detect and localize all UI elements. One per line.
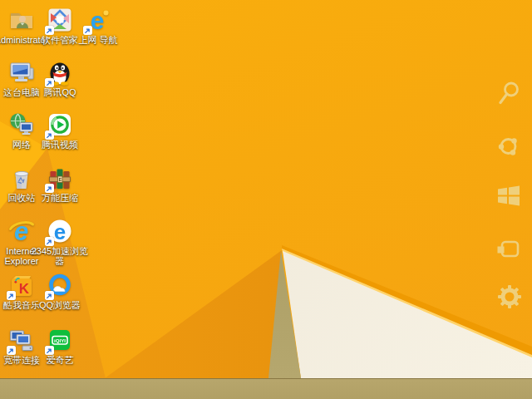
desktop-icon-label-wanneng-archiver: 万能压缩	[30, 193, 90, 203]
desktop-icon-label-iqiyi: 爱奇艺	[30, 355, 90, 365]
desktop-icon-software-manager[interactable]	[47, 7, 73, 33]
desktop-icon-label-web-navigation: 上网 导航	[68, 35, 128, 45]
svg-text:e: e	[54, 219, 66, 244]
shortcut-arrow-badge	[45, 26, 54, 35]
shortcut-arrow-badge	[45, 184, 54, 193]
desktop-icon-administrator-folder[interactable]	[8, 7, 35, 33]
share-charm-icon[interactable]	[495, 132, 523, 160]
desktop-icon-label-tencent-qq: 腾讯QQ	[30, 87, 90, 97]
desktop-icon-web-navigation[interactable]: e	[85, 7, 111, 33]
start-charm-icon[interactable]	[495, 181, 523, 209]
desktop-icon-network[interactable]	[8, 111, 35, 138]
desktop-icon-wanneng-archiver[interactable]: E	[47, 165, 73, 191]
shortcut-arrow-badge	[45, 291, 54, 300]
windows-desktop-screen: Administrator 软件管家 e 上网 导航 这台电脑 腾讯QQ 网络 …	[0, 0, 532, 399]
desktop[interactable]: Administrator 软件管家 e 上网 导航 这台电脑 腾讯QQ 网络 …	[0, 0, 532, 378]
shortcut-arrow-badge	[7, 346, 16, 355]
desktop-icon-kuwo-music[interactable]: K	[8, 272, 35, 298]
shortcut-arrow-badge	[7, 291, 16, 300]
shortcut-arrow-badge	[45, 131, 54, 140]
shortcut-arrow-badge	[45, 346, 54, 355]
svg-text:iQIYI: iQIYI	[54, 337, 66, 343]
shortcut-arrow-badge	[83, 26, 92, 35]
search-charm-icon[interactable]	[495, 79, 523, 107]
desktop-icon-broadband-connection[interactable]	[8, 327, 35, 353]
svg-text:e: e	[91, 7, 105, 33]
desktop-icon-qq-browser[interactable]	[47, 272, 73, 298]
desktop-icon-tencent-qq[interactable]	[47, 59, 73, 86]
desktop-icon-browser-2345[interactable]: e	[47, 218, 73, 244]
devices-charm-icon[interactable]	[495, 235, 523, 264]
taskbar: e M 15:48 2018/8/7 星期二	[0, 378, 532, 399]
desktop-icon-internet-explorer[interactable]: e	[8, 218, 35, 244]
desktop-icon-recycle-bin[interactable]	[8, 165, 35, 191]
svg-text:K: K	[19, 281, 30, 297]
desktop-icon-label-qq-browser: QQ浏览器	[30, 300, 90, 310]
settings-charm-icon[interactable]	[495, 283, 524, 311]
desktop-icon-this-pc[interactable]	[8, 59, 35, 86]
desktop-icon-label-tencent-video: 腾讯视频	[30, 140, 90, 150]
desktop-icon-tencent-video[interactable]	[47, 111, 73, 138]
desktop-icon-iqiyi[interactable]: iQIYI	[47, 327, 73, 353]
shortcut-arrow-badge	[45, 237, 54, 246]
desktop-icon-label-browser-2345: 2345加速浏览器	[30, 246, 90, 266]
shortcut-arrow-badge	[45, 78, 54, 87]
